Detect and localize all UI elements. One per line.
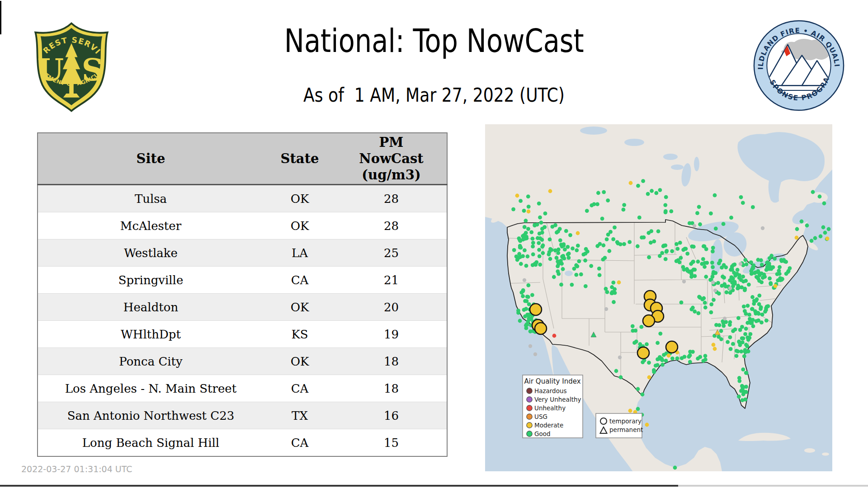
station-dot-good	[747, 282, 751, 286]
station-dot-good	[778, 265, 782, 269]
value-cell: 28	[336, 212, 447, 239]
station-dot-good	[567, 256, 571, 260]
station-dot-good	[744, 312, 748, 316]
station-dot-good	[800, 220, 804, 224]
station-dot-good	[637, 216, 642, 220]
table-row: TulsaOK28	[38, 185, 447, 212]
station-dot-good	[717, 291, 721, 296]
station-dot-good	[744, 327, 748, 331]
station-dot-good	[709, 211, 713, 216]
state-cell: KS	[264, 321, 336, 348]
station-dot-good	[522, 209, 526, 213]
station-dot-good	[737, 394, 741, 399]
station-dot-good	[561, 267, 565, 271]
station-dot-good	[619, 375, 623, 380]
air-quality-map: Air Quality Index Hazardous Very Unhealt…	[485, 124, 832, 471]
site-cell: Tulsa	[38, 185, 264, 212]
station-dot-good	[521, 238, 525, 242]
station-dot-good	[584, 284, 588, 288]
station-dot-good	[553, 223, 557, 227]
station-dot-good	[741, 367, 745, 371]
moderate-swatch	[527, 422, 532, 428]
station-dot-good	[741, 280, 745, 284]
station-dot-unhealthy	[552, 334, 557, 338]
station-dot-good	[697, 205, 701, 209]
station-dot-good	[627, 240, 632, 244]
station-dot-good	[728, 320, 732, 324]
station-dot-good	[755, 275, 759, 279]
station-dot-good	[823, 231, 827, 235]
site-cell: Westlake	[38, 239, 264, 267]
top-site-circle	[643, 315, 655, 327]
station-dot-good	[741, 398, 745, 402]
station-dot-good	[805, 224, 809, 228]
site-cell: San Antonio Northwest C23	[38, 402, 264, 429]
station-dot-good	[729, 347, 733, 351]
station-dot-moderate	[712, 343, 716, 347]
station-dot-nodata	[618, 356, 622, 359]
station-dot-good	[711, 249, 715, 253]
station-dot-good	[752, 302, 756, 306]
station-dot-moderate	[576, 231, 580, 235]
station-dot-good	[523, 225, 527, 229]
station-dot-good	[524, 326, 528, 330]
station-dot-good	[537, 202, 541, 206]
station-dot-good	[717, 335, 721, 339]
station-dot-good	[719, 329, 723, 333]
station-dot-good	[631, 324, 635, 328]
station-dot-good	[664, 359, 668, 363]
station-dot-good	[647, 255, 651, 259]
station-dot-good	[675, 242, 679, 246]
station-dot-good	[686, 269, 690, 273]
station-dot-good	[610, 290, 614, 294]
station-dot-good	[531, 244, 535, 249]
station-dot-good	[564, 229, 568, 233]
station-dot-good	[665, 250, 669, 254]
station-dot-good	[795, 227, 799, 231]
station-dot-good	[736, 349, 740, 353]
station-dot-good	[689, 262, 693, 266]
station-dot-good	[558, 238, 562, 242]
station-dot-good	[740, 325, 744, 329]
station-dot-good	[611, 237, 615, 241]
station-dot-good	[716, 281, 720, 285]
station-dot-good	[695, 211, 699, 215]
station-dot-good	[703, 265, 707, 269]
state-cell: TX	[264, 402, 336, 429]
station-dot-good	[685, 252, 689, 256]
station-dot-good	[654, 191, 658, 195]
site-cell: Springville	[38, 267, 264, 294]
station-dot-good	[722, 222, 726, 226]
station-dot-good	[741, 201, 745, 205]
station-dot-good	[788, 266, 792, 270]
station-dot-good	[611, 281, 615, 285]
station-dot-good	[767, 267, 771, 271]
state-cell: OK	[264, 185, 336, 212]
station-dot-good	[741, 336, 745, 340]
unhealthy-swatch	[527, 405, 532, 411]
station-dot-good	[640, 235, 644, 239]
station-dot-good	[769, 282, 773, 286]
station-dot-good	[656, 357, 660, 361]
station-dot-good	[728, 291, 732, 295]
station-dot-good	[585, 209, 589, 213]
station-dot-moderate	[647, 375, 651, 380]
value-cell: 18	[336, 348, 447, 375]
station-dot-good	[698, 296, 702, 300]
table-row: McAlesterOK28	[38, 212, 447, 239]
station-dot-good	[519, 199, 523, 203]
station-dot-good	[589, 264, 593, 268]
permanent-label: permanent	[609, 426, 643, 433]
station-dot-good	[765, 261, 769, 265]
station-dot-nodata	[528, 344, 532, 348]
hazardous-swatch	[527, 388, 532, 394]
wfaqrp-logo: WILDLAND FIRE • AIR QUALITY RESPONSE PRO…	[752, 19, 845, 112]
station-dot-good	[733, 328, 737, 332]
value-cell: 25	[336, 239, 447, 267]
station-dot-good	[660, 251, 664, 255]
station-dot-good	[660, 363, 665, 367]
station-dot-good	[757, 294, 761, 298]
station-dot-good	[527, 302, 531, 306]
col-pm-header: PMNowCast(ug/m3)	[336, 133, 447, 185]
station-dot-good	[759, 307, 763, 311]
